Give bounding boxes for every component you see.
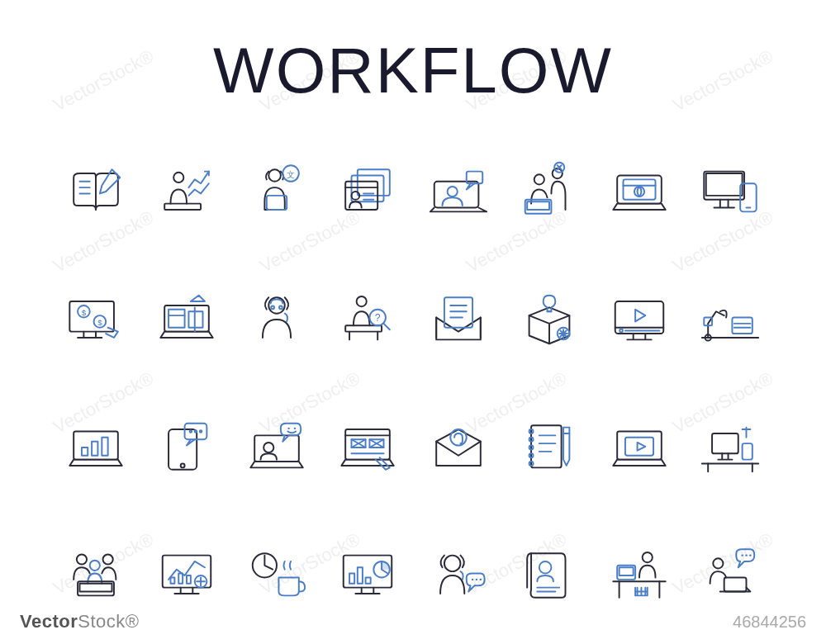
svg-point-79 xyxy=(294,428,296,429)
svg-rect-69 xyxy=(102,438,107,456)
svg-text:?: ? xyxy=(375,312,381,324)
svg-rect-31 xyxy=(706,173,743,196)
svg-point-121 xyxy=(444,556,461,572)
svg-rect-9 xyxy=(358,169,390,196)
online-payment-icon: $ $ xyxy=(58,268,134,371)
svg-point-128 xyxy=(643,552,653,562)
svg-rect-113 xyxy=(187,575,191,584)
svg-rect-50 xyxy=(444,297,472,328)
pair-programming-icon xyxy=(511,140,587,243)
svg-point-19 xyxy=(534,174,544,184)
icon-grid: 文 xyxy=(50,140,776,627)
svg-rect-46 xyxy=(345,325,382,331)
svg-line-48 xyxy=(384,324,390,329)
svg-point-125 xyxy=(539,561,551,574)
support-agent-icon xyxy=(240,268,316,371)
svg-point-134 xyxy=(742,555,743,556)
book-write-icon xyxy=(58,140,134,243)
page-title: WORKFLOW xyxy=(50,33,776,108)
analyst-chart-icon xyxy=(149,140,225,243)
laptop-web-icon xyxy=(602,140,678,243)
svg-rect-61 xyxy=(733,317,752,334)
svg-point-136 xyxy=(749,555,751,556)
svg-point-78 xyxy=(288,428,290,429)
svg-point-71 xyxy=(180,464,184,468)
mail-attachment-icon xyxy=(420,396,496,500)
laptop-video-icon xyxy=(602,396,678,500)
svg-rect-4 xyxy=(164,203,201,209)
icon-set-page: WORKFLOW 文 xyxy=(0,0,826,644)
svg-point-73 xyxy=(189,430,191,432)
svg-point-45 xyxy=(357,296,367,306)
svg-rect-104 xyxy=(743,443,752,460)
svg-point-135 xyxy=(745,555,747,556)
svg-point-77 xyxy=(264,443,274,452)
support-translate-icon: 文 xyxy=(240,140,316,243)
footer: VectorStock® 46844256 xyxy=(20,611,806,632)
svg-rect-40 xyxy=(169,310,185,328)
svg-rect-118 xyxy=(358,568,363,585)
mail-document-icon xyxy=(420,268,496,371)
laptop-design-icon xyxy=(149,268,225,371)
svg-rect-101 xyxy=(625,438,653,456)
svg-point-122 xyxy=(472,579,473,580)
video-call-icon xyxy=(420,140,496,243)
svg-text:文: 文 xyxy=(287,170,295,179)
svg-point-3 xyxy=(173,172,183,182)
video-player-icon xyxy=(602,268,678,371)
svg-rect-90 xyxy=(531,425,562,467)
svg-text:$: $ xyxy=(82,308,87,317)
svg-rect-67 xyxy=(82,447,88,456)
svg-point-89 xyxy=(450,429,467,446)
svg-rect-117 xyxy=(349,574,354,584)
svg-point-123 xyxy=(476,579,477,580)
svg-point-124 xyxy=(479,579,481,580)
svg-rect-109 xyxy=(79,584,112,592)
svg-rect-103 xyxy=(712,433,738,453)
svg-text:$: $ xyxy=(97,318,102,327)
desk-computer-icon xyxy=(692,396,768,500)
workstation-lamp-icon xyxy=(692,268,768,371)
laptop-chat-happy-icon xyxy=(240,396,316,500)
desktop-mobile-icon xyxy=(692,140,768,243)
svg-rect-133 xyxy=(724,578,747,592)
svg-point-58 xyxy=(620,329,624,332)
svg-point-107 xyxy=(90,561,100,571)
svg-point-17 xyxy=(447,187,457,197)
researcher-search-icon: ? xyxy=(330,268,406,371)
svg-rect-112 xyxy=(178,574,183,584)
svg-point-106 xyxy=(102,555,112,565)
svg-point-75 xyxy=(199,430,201,432)
laptop-chart-icon xyxy=(58,396,134,500)
svg-rect-111 xyxy=(170,578,174,584)
profile-windows-icon xyxy=(330,140,406,243)
svg-point-44 xyxy=(279,305,282,309)
svg-point-105 xyxy=(77,555,87,565)
idea-box-icon xyxy=(511,268,587,371)
brand-label: VectorStock® xyxy=(20,611,140,632)
svg-point-29 xyxy=(634,187,644,197)
svg-point-132 xyxy=(713,559,723,569)
svg-rect-68 xyxy=(92,442,97,456)
svg-point-43 xyxy=(272,305,275,309)
wireframe-design-icon xyxy=(330,396,406,500)
notebook-pen-icon xyxy=(511,396,587,500)
image-id-label: 46844256 xyxy=(733,613,806,632)
svg-point-5 xyxy=(269,169,282,182)
svg-rect-10 xyxy=(352,175,384,201)
svg-rect-119 xyxy=(366,578,371,584)
tablet-chat-icon xyxy=(149,396,225,500)
svg-rect-131 xyxy=(620,568,634,576)
